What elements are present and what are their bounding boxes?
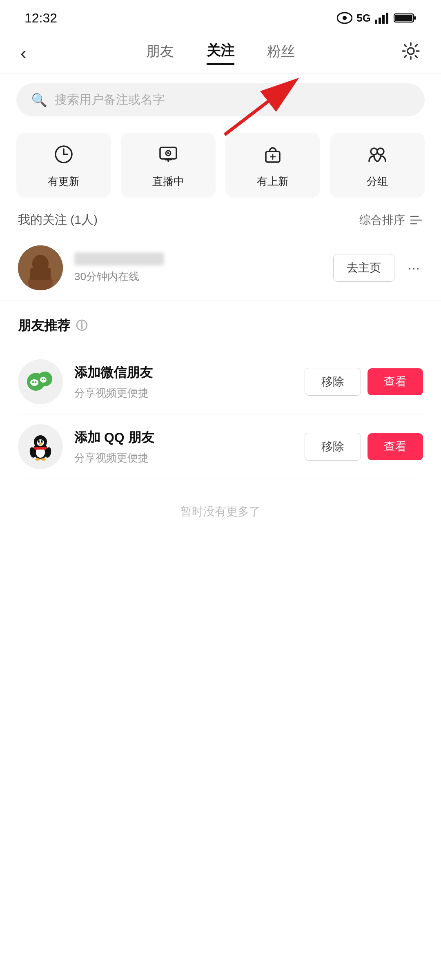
qq-info: 添加 QQ 朋友 分享视频更便捷 [74, 429, 293, 465]
svg-rect-8 [395, 15, 412, 21]
qq-sub: 分享视频更便捷 [74, 451, 293, 465]
group-icon [367, 144, 388, 169]
no-more-text: 暂时没有更多了 [0, 479, 441, 536]
status-time: 12:32 [24, 11, 57, 26]
recommend-wechat-item: 添加微信朋友 分享视频更便捷 移除 查看 [18, 350, 423, 414]
svg-point-46 [39, 441, 40, 441]
svg-marker-17 [167, 152, 170, 154]
svg-point-44 [38, 440, 40, 443]
svg-rect-3 [379, 18, 381, 24]
filter-new-label: 有上新 [257, 174, 289, 189]
wechat-view-button[interactable]: 查看 [368, 368, 423, 395]
follow-status: 30分钟内在线 [74, 270, 322, 284]
svg-point-34 [30, 379, 38, 386]
clock-icon [53, 144, 74, 169]
follow-actions: 去主页 ··· [333, 254, 423, 282]
svg-rect-2 [375, 20, 377, 24]
qq-avatar [18, 424, 63, 469]
qq-view-button[interactable]: 查看 [368, 433, 423, 460]
recommend-qq-item: 添加 QQ 朋友 分享视频更便捷 移除 查看 [18, 414, 423, 479]
nav-bar: ‹ 朋友 关注 粉丝 [0, 33, 441, 74]
svg-rect-31 [30, 268, 51, 280]
wechat-avatar [18, 359, 63, 404]
settings-button[interactable] [388, 41, 421, 65]
svg-point-48 [39, 443, 42, 445]
tv-icon [158, 144, 178, 169]
filter-group[interactable]: 分组 [330, 133, 425, 198]
sort-button[interactable]: 综合排序 [359, 212, 423, 228]
goto-homepage-button[interactable]: 去主页 [333, 254, 394, 282]
svg-point-43 [37, 439, 44, 446]
svg-point-24 [377, 148, 384, 155]
svg-point-35 [40, 377, 47, 383]
tab-friends[interactable]: 朋友 [146, 42, 174, 64]
wechat-actions: 移除 查看 [305, 368, 423, 396]
5g-icon: 5G [356, 12, 371, 24]
svg-point-9 [408, 48, 414, 54]
filter-group-label: 分组 [367, 174, 388, 189]
qq-name: 添加 QQ 朋友 [74, 429, 293, 447]
back-button[interactable]: ‹ [20, 43, 53, 63]
search-container: 🔍 搜索用户备注或名字 [0, 74, 441, 126]
svg-point-53 [41, 458, 46, 461]
svg-point-23 [371, 148, 377, 155]
svg-rect-5 [386, 13, 388, 24]
status-icons: 5G [337, 12, 416, 24]
filter-row: 有更新 直播中 [0, 126, 441, 207]
follow-name-row [74, 252, 322, 265]
friend-recommend: 朋友推荐 ⓘ [0, 301, 441, 479]
search-bar[interactable]: 🔍 搜索用户备注或名字 [16, 83, 425, 116]
bag-icon [263, 144, 283, 169]
more-button[interactable]: ··· [404, 256, 423, 280]
section-header: 我的关注 (1人) 综合排序 [0, 207, 441, 236]
filter-new-items[interactable]: 有上新 [225, 133, 320, 198]
filter-live[interactable]: 直播中 [121, 133, 216, 198]
follow-info: 30分钟内在线 [74, 252, 322, 284]
svg-point-36 [32, 381, 34, 383]
svg-rect-7 [414, 16, 416, 20]
svg-point-38 [42, 379, 43, 380]
recommend-title: 朋友推荐 ⓘ [18, 317, 423, 335]
svg-point-39 [44, 379, 45, 380]
wechat-name: 添加微信朋友 [74, 364, 293, 382]
svg-point-47 [42, 441, 43, 441]
search-placeholder: 搜索用户备注或名字 [55, 91, 165, 108]
svg-rect-49 [34, 447, 47, 450]
follow-item: 30分钟内在线 去主页 ··· [0, 236, 441, 301]
sort-label: 综合排序 [359, 212, 405, 228]
status-bar: 12:32 5G [0, 0, 441, 33]
sort-icon [409, 213, 423, 227]
svg-point-1 [343, 16, 347, 20]
nav-tabs: 朋友 关注 粉丝 [53, 41, 388, 65]
eye-icon [337, 12, 352, 24]
signal-icon [375, 12, 390, 24]
info-icon: ⓘ [76, 318, 87, 334]
follow-avatar[interactable] [18, 245, 63, 290]
follow-name-blurred [74, 252, 164, 265]
wechat-info: 添加微信朋友 分享视频更便捷 [74, 364, 293, 400]
qq-actions: 移除 查看 [305, 433, 423, 461]
tab-fans[interactable]: 粉丝 [267, 42, 295, 64]
qq-remove-button[interactable]: 移除 [305, 433, 361, 461]
svg-point-52 [35, 458, 40, 461]
battery-icon [394, 12, 416, 24]
svg-rect-4 [382, 15, 385, 24]
filter-update-label: 有更新 [48, 174, 80, 189]
search-icon: 🔍 [31, 92, 47, 108]
filter-has-update[interactable]: 有更新 [16, 133, 111, 198]
filter-live-label: 直播中 [152, 174, 184, 189]
section-title: 我的关注 (1人) [18, 212, 98, 228]
wechat-remove-button[interactable]: 移除 [305, 368, 361, 396]
wechat-sub: 分享视频更便捷 [74, 386, 293, 400]
tab-following[interactable]: 关注 [207, 41, 234, 65]
svg-point-37 [35, 381, 37, 383]
svg-point-45 [41, 440, 43, 443]
